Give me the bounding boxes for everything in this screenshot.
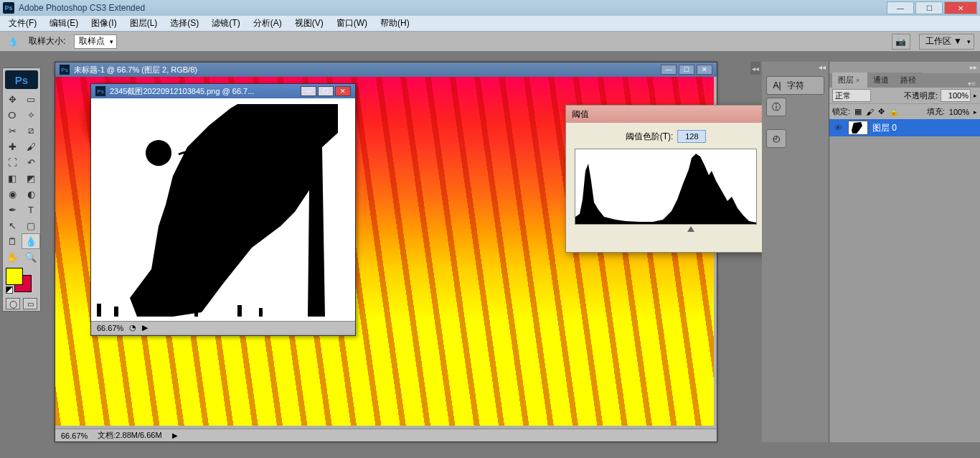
document-titlebar[interactable]: Ps 未标题-1 @ 66.7% (图层 2, RGB/8) — ☐ ✕ <box>55 62 717 77</box>
fill-input[interactable]: 100% <box>949 108 969 116</box>
crop-tool[interactable]: ✂ <box>3 123 22 139</box>
eraser-tool[interactable]: ◧ <box>3 170 22 186</box>
menu-filter[interactable]: 滤镜(T) <box>206 16 245 31</box>
document2-canvas[interactable] <box>91 98 355 321</box>
dodge-tool[interactable]: ◐ <box>22 186 40 202</box>
toolbox: Ps ✥ ▭ ⵔ ✧ ✂ ⧄ ✚ 🖌 ⛶ ↶ ◧ ◩ ◉ ◐ ✒ T ↖ ▢ 🗒… <box>2 67 41 312</box>
shape-tool[interactable]: ▢ <box>22 218 40 233</box>
doc2-minimize-button[interactable]: — <box>301 86 316 96</box>
slice-tool[interactable]: ⧄ <box>22 123 40 139</box>
menu-view[interactable]: 视图(V) <box>289 16 329 31</box>
quickmask-button[interactable]: ◯ <box>6 298 20 309</box>
menu-select[interactable]: 选择(S) <box>164 16 204 31</box>
eyedropper-tool[interactable]: 💧 <box>22 233 40 249</box>
tab-channels[interactable]: 通道 <box>867 73 895 88</box>
doc-maximize-button[interactable]: ☐ <box>679 65 694 75</box>
doc2-arrow-icon[interactable]: ▶ <box>142 323 148 332</box>
tab-layers[interactable]: 图层× <box>832 73 867 88</box>
document2-statusbar: 66.67% ◔ ▶ <box>91 321 355 334</box>
character-icon: A| <box>771 80 783 91</box>
ps-doc-icon: Ps <box>60 65 70 75</box>
tab-paths[interactable]: 路径 <box>895 73 922 88</box>
strip-collapse-icon[interactable]: ◂◂ <box>762 62 829 73</box>
zoom-tool[interactable]: 🔍 <box>22 249 40 265</box>
panel-menu-icon[interactable]: ▾≡ <box>963 80 980 88</box>
history-brush-tool[interactable]: ↶ <box>22 154 40 170</box>
dock-collapse-icon[interactable]: ◂◂ <box>750 62 760 75</box>
pen-tool[interactable]: ✒ <box>3 202 22 218</box>
panel-collapse-icon[interactable]: ▸▸ <box>829 62 980 73</box>
screenmode-button[interactable]: ▭ <box>23 298 37 309</box>
type-tool[interactable]: T <box>22 202 40 218</box>
menu-file[interactable]: 文件(F) <box>3 16 42 31</box>
zoom-level[interactable]: 66.67% <box>61 431 88 440</box>
doc-minimize-button[interactable]: — <box>661 65 677 75</box>
doc-info[interactable]: 文档:2.88M/6.66M <box>98 430 161 441</box>
character-panel-button[interactable]: A| 字符 <box>766 76 824 95</box>
statusbar-arrow-icon[interactable]: ▶ <box>172 431 178 439</box>
menu-edit[interactable]: 编辑(E) <box>44 16 84 31</box>
path-tool[interactable]: ↖ <box>3 218 22 233</box>
history-panel-button[interactable]: ◴ <box>766 129 786 148</box>
hand-tool[interactable]: ✋ <box>3 249 22 265</box>
menu-layer[interactable]: 图层(L) <box>124 16 164 31</box>
brush-tool[interactable]: 🖌 <box>22 139 40 154</box>
menu-window[interactable]: 窗口(W) <box>331 16 373 31</box>
tool-preset-icon[interactable]: 💧 <box>6 34 20 49</box>
collapsed-panel-strip: ◂◂ A| 字符 ⓘ ◴ <box>762 62 829 442</box>
stamp-tool[interactable]: ⛶ <box>3 154 22 170</box>
default-colors-icon[interactable] <box>6 286 13 294</box>
app-title: Adobe Photoshop CS3 Extended <box>19 3 145 13</box>
doc2-zoom-level[interactable]: 66.67% <box>97 324 123 332</box>
menu-analysis[interactable]: 分析(A) <box>248 16 288 31</box>
dialog-title: 阈值 <box>572 108 589 121</box>
move-tool[interactable]: ✥ <box>3 91 22 107</box>
sample-size-label: 取样大小: <box>29 35 65 47</box>
workspace-dropdown[interactable]: 工作区 ▼ <box>919 34 974 50</box>
notes-tool[interactable]: 🗒 <box>3 233 22 249</box>
layer-name[interactable]: 图层 0 <box>872 122 897 134</box>
doc2-close-button[interactable]: ✕ <box>335 86 351 96</box>
lock-paint-icon[interactable]: 🖌 <box>866 108 874 116</box>
gradient-tool[interactable]: ◩ <box>22 170 40 186</box>
doc2-status-icon[interactable]: ◔ <box>129 323 136 332</box>
visibility-icon[interactable]: 👁 <box>832 122 844 134</box>
threshold-slider[interactable] <box>575 226 757 232</box>
minimize-button[interactable]: — <box>887 1 914 14</box>
opacity-input[interactable]: 100% <box>941 89 971 102</box>
blend-mode-dropdown[interactable]: 正常 <box>832 89 871 102</box>
lock-all-icon[interactable]: 🔒 <box>889 107 899 116</box>
lock-transparency-icon[interactable]: ▦ <box>854 107 862 116</box>
color-swatches[interactable] <box>4 268 39 294</box>
fill-arrow-icon[interactable]: ▸ <box>974 108 977 116</box>
bridge-icon[interactable]: 📷 <box>892 34 910 50</box>
heal-tool[interactable]: ✚ <box>3 139 22 154</box>
menu-image[interactable]: 图像(I) <box>85 16 122 31</box>
menu-help[interactable]: 帮助(H) <box>374 16 415 31</box>
layer-row[interactable]: 👁 图层 0 <box>829 119 980 136</box>
svg-rect-0 <box>97 304 101 317</box>
document-statusbar: 66.67% 文档:2.88M/6.66M ▶ <box>55 429 717 441</box>
lasso-tool[interactable]: ⵔ <box>3 107 22 123</box>
info-panel-button[interactable]: ⓘ <box>766 98 786 116</box>
maximize-button[interactable]: ☐ <box>915 1 943 14</box>
menu-bar: 文件(F) 编辑(E) 图像(I) 图层(L) 选择(S) 滤镜(T) 分析(A… <box>0 16 980 32</box>
svg-rect-4 <box>237 305 242 317</box>
lock-position-icon[interactable]: ✥ <box>878 107 885 116</box>
ps-app-icon: Ps <box>3 2 14 14</box>
close-button[interactable]: ✕ <box>944 1 977 14</box>
sample-size-dropdown[interactable]: 取样点 <box>74 34 117 49</box>
fill-label: 填充: <box>927 106 945 117</box>
foreground-color[interactable] <box>6 268 23 285</box>
tab-close-icon[interactable]: × <box>854 77 862 84</box>
magic-wand-tool[interactable]: ✧ <box>22 107 40 123</box>
threshold-level-input[interactable] <box>677 130 706 143</box>
doc-close-button[interactable]: ✕ <box>697 65 712 75</box>
svg-rect-2 <box>141 305 144 317</box>
opacity-arrow-icon[interactable]: ▸ <box>974 92 977 99</box>
layer-thumbnail[interactable] <box>848 121 868 135</box>
document2-titlebar[interactable]: Ps 2345截图20220912103845.png @ 66.7... — … <box>91 84 355 98</box>
blur-tool[interactable]: ◉ <box>3 186 22 202</box>
doc2-maximize-button[interactable]: ☐ <box>318 86 334 96</box>
marquee-tool[interactable]: ▭ <box>22 91 40 107</box>
